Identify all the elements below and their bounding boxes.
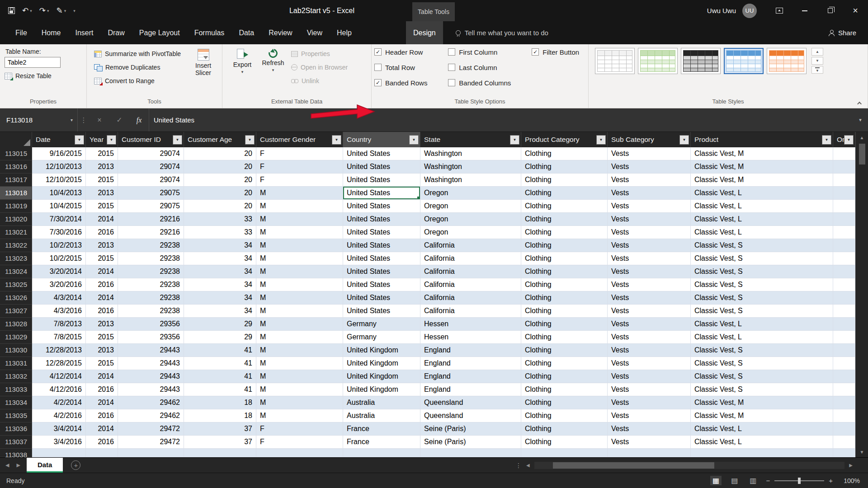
remove-duplicates-button[interactable]: Remove Duplicates [91, 61, 184, 74]
cell-113036-date[interactable]: 3/4/2014 [32, 422, 86, 436]
checkbox-total-row[interactable]: Total Row [374, 61, 434, 74]
summarize-with-pivottable-button[interactable]: Summarize with PivotTable [91, 47, 184, 61]
cell-113037-customer-gender[interactable]: F [256, 436, 343, 449]
cell-113029-state[interactable]: Hessen [420, 331, 521, 344]
cell-113017-orde[interactable] [833, 174, 855, 187]
cell-113033-sub-category[interactable]: Vests [608, 383, 691, 396]
cell-113028-product[interactable]: Classic Vest, L [691, 318, 833, 331]
cell-113033-state[interactable]: England [420, 383, 521, 396]
zoom-out-button[interactable]: − [766, 477, 770, 484]
export-button[interactable]: Export ▾ [227, 47, 258, 97]
cell-113030-product[interactable]: Classic Vest, S [691, 344, 833, 357]
cell-113021-product-category[interactable]: Clothing [521, 226, 608, 239]
cell-113021-customer-age[interactable]: 33 [184, 226, 256, 239]
cell-113027-customer-id[interactable]: 29238 [118, 305, 184, 318]
column-header-customer-gender[interactable]: Customer Gender▼ [256, 132, 343, 147]
cell-113034-date[interactable]: 4/2/2014 [32, 396, 86, 409]
cell-113028-country[interactable]: Germany [343, 318, 420, 331]
row-header-113016[interactable]: 113016 [0, 160, 32, 174]
cell-113028-year[interactable]: 2013 [86, 318, 118, 331]
cell-113015-date[interactable]: 9/16/2015 [32, 147, 86, 160]
zoom-slider-handle[interactable] [798, 478, 801, 484]
cell-113031-sub-category[interactable]: Vests [608, 357, 691, 370]
cell-113023-country[interactable]: United States [343, 252, 420, 265]
checkbox-banded-rows[interactable]: ✓Banded Rows [374, 76, 434, 89]
cell-113019-year[interactable]: 2015 [86, 200, 118, 213]
redo-button[interactable]: ↷▾ [39, 6, 49, 15]
row-header-113028[interactable]: 113028 [0, 318, 32, 331]
page-break-view-button[interactable]: ▥ [747, 476, 759, 485]
cell-113022-customer-id[interactable]: 29238 [118, 239, 184, 252]
cell-113028-orde[interactable] [833, 318, 855, 331]
maximize-button[interactable] [817, 0, 843, 21]
cell-113035-customer-age[interactable]: 18 [184, 409, 256, 422]
cell-113018-state[interactable]: Oregon [420, 187, 521, 200]
column-header-product-category[interactable]: Product Category▼ [521, 132, 608, 147]
cell-113038-product-category[interactable] [521, 449, 608, 457]
cell-113032-customer-id[interactable]: 29443 [118, 370, 184, 383]
cell-113017-customer-id[interactable]: 29074 [118, 174, 184, 187]
cell-113036-product[interactable]: Classic Vest, L [691, 422, 833, 436]
row-header-113036[interactable]: 113036 [0, 422, 32, 436]
cell-113035-orde[interactable] [833, 409, 855, 422]
cell-113015-state[interactable]: Washington [420, 147, 521, 160]
cell-113037-orde[interactable] [833, 436, 855, 449]
refresh-button[interactable]: Refresh ▾ [258, 47, 288, 97]
cell-113026-sub-category[interactable]: Vests [608, 291, 691, 305]
cell-113016-state[interactable]: Washington [420, 160, 521, 174]
cell-113038-customer-id[interactable] [118, 449, 184, 457]
cell-113026-date[interactable]: 4/3/2014 [32, 291, 86, 305]
cell-113033-product-category[interactable]: Clothing [521, 383, 608, 396]
cell-113020-customer-id[interactable]: 29216 [118, 213, 184, 226]
cell-113027-product[interactable]: Classic Vest, S [691, 305, 833, 318]
cell-113037-customer-id[interactable]: 29472 [118, 436, 184, 449]
pen-dropdown-icon[interactable]: ▾ [64, 9, 66, 13]
cell-113035-customer-id[interactable]: 29462 [118, 409, 184, 422]
filter-button-date[interactable]: ▼ [75, 135, 84, 145]
cell-113023-year[interactable]: 2015 [86, 252, 118, 265]
cell-113037-product[interactable]: Classic Vest, L [691, 436, 833, 449]
cell-113030-state[interactable]: England [420, 344, 521, 357]
cell-113031-state[interactable]: England [420, 357, 521, 370]
cell-113038-product[interactable] [691, 449, 833, 457]
row-header-113030[interactable]: 113030 [0, 344, 32, 357]
filter-button-year[interactable]: ▼ [107, 135, 116, 145]
tab-draw[interactable]: Draw [100, 21, 132, 44]
cell-113037-year[interactable]: 2016 [86, 436, 118, 449]
cell-113033-customer-gender[interactable]: M [256, 383, 343, 396]
table-style-light-green[interactable] [638, 48, 678, 74]
cell-113038-country[interactable] [343, 449, 420, 457]
cell-113017-sub-category[interactable]: Vests [608, 174, 691, 187]
cell-113015-customer-age[interactable]: 20 [184, 147, 256, 160]
ribbon-display-options-button[interactable] [767, 0, 792, 21]
cell-113019-product-category[interactable]: Clothing [521, 200, 608, 213]
table-style-dark[interactable] [681, 48, 721, 74]
cell-113016-country[interactable]: United States [343, 160, 420, 174]
cell-113020-country[interactable]: United States [343, 213, 420, 226]
cell-113038-state[interactable] [420, 449, 521, 457]
cell-113038-customer-gender[interactable] [256, 449, 343, 457]
cell-113017-customer-gender[interactable]: F [256, 174, 343, 187]
row-header-113017[interactable]: 113017 [0, 174, 32, 187]
cell-113018-product-category[interactable]: Clothing [521, 187, 608, 200]
cell-113029-date[interactable]: 7/8/2015 [32, 331, 86, 344]
cell-113025-product-category[interactable]: Clothing [521, 278, 608, 291]
cell-113029-orde[interactable] [833, 331, 855, 344]
cell-113031-customer-age[interactable]: 41 [184, 357, 256, 370]
cell-113027-state[interactable]: California [420, 305, 521, 318]
cell-113034-customer-age[interactable]: 18 [184, 396, 256, 409]
cell-113037-customer-age[interactable]: 37 [184, 436, 256, 449]
row-header-113023[interactable]: 113023 [0, 252, 32, 265]
undo-dropdown-icon[interactable]: ▾ [30, 9, 32, 13]
cell-113032-product-category[interactable]: Clothing [521, 370, 608, 383]
cell-113017-year[interactable]: 2015 [86, 174, 118, 187]
cell-113024-state[interactable]: California [420, 265, 521, 278]
cell-113015-product-category[interactable]: Clothing [521, 147, 608, 160]
table-name-input[interactable] [5, 57, 61, 68]
cell-113023-sub-category[interactable]: Vests [608, 252, 691, 265]
customize-qat-button[interactable]: ▾ [73, 9, 75, 13]
filter-button-customer-age[interactable]: ▼ [245, 135, 255, 145]
row-header-113034[interactable]: 113034 [0, 396, 32, 409]
cell-113020-customer-age[interactable]: 33 [184, 213, 256, 226]
cell-113034-country[interactable]: Australia [343, 396, 420, 409]
